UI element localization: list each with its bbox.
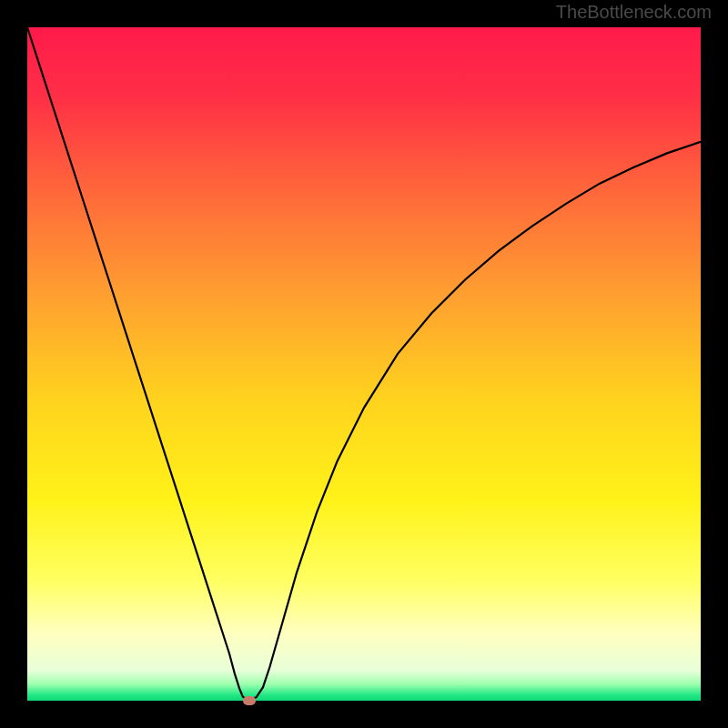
chart-svg — [27, 27, 701, 701]
chart-container — [27, 27, 701, 701]
watermark-text: TheBottleneck.com — [556, 2, 712, 23]
chart-background — [27, 27, 701, 701]
optimal-point-marker — [243, 696, 256, 705]
